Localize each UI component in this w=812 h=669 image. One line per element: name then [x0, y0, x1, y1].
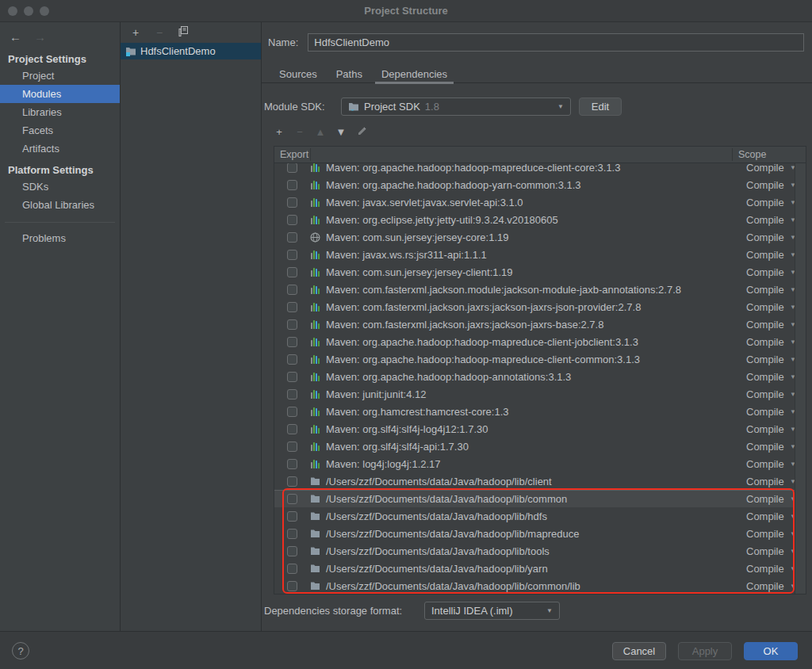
export-checkbox[interactable]: [287, 529, 297, 539]
copy-icon: [178, 26, 189, 36]
export-checkbox[interactable]: [287, 302, 297, 312]
column-header-scope[interactable]: Scope: [738, 149, 766, 160]
back-arrow-icon[interactable]: ←: [10, 30, 21, 44]
module-sdk-select[interactable]: Project SDK 1.8 ▼: [341, 97, 571, 116]
dependency-label: Maven: org.apache.hadoop:hadoop-mapreduc…: [326, 163, 741, 174]
dependency-icon-cell: [310, 564, 326, 573]
tab-sources[interactable]: Sources: [270, 66, 327, 82]
folder-icon: [310, 546, 320, 556]
table-row[interactable]: Maven: org.apache.hadoop:hadoop-mapreduc…: [274, 333, 806, 350]
export-checkbox[interactable]: [287, 581, 297, 591]
dependency-label: /Users/zzf/Documents/data/Java/hadoop/li…: [326, 545, 741, 557]
sidebar-item-sdks[interactable]: SDKs: [0, 178, 120, 196]
export-checkbox[interactable]: [287, 442, 297, 452]
export-checkbox[interactable]: [287, 337, 297, 347]
export-checkbox[interactable]: [287, 215, 297, 225]
table-row[interactable]: Maven: org.hamcrest:hamcrest-core:1.3 Co…: [274, 403, 806, 420]
export-checkbox[interactable]: [287, 267, 297, 277]
module-name-input[interactable]: [308, 33, 804, 52]
close-window-button[interactable]: [8, 6, 17, 16]
edit-sdk-button[interactable]: Edit: [579, 97, 622, 116]
remove-module-button[interactable]: −: [154, 26, 165, 39]
export-checkbox[interactable]: [287, 546, 297, 556]
ok-button[interactable]: OK: [744, 642, 798, 660]
add-dependency-button[interactable]: +: [274, 126, 285, 139]
move-down-button[interactable]: ▼: [335, 126, 347, 139]
table-row[interactable]: Maven: org.apache.hadoop:hadoop-mapreduc…: [274, 163, 806, 176]
export-checkbox[interactable]: [287, 476, 297, 487]
export-checkbox[interactable]: [287, 389, 297, 399]
table-row[interactable]: /Users/zzf/Documents/data/Java/hadoop/li…: [274, 472, 806, 490]
edit-dependency-button[interactable]: [356, 126, 367, 140]
table-row[interactable]: Maven: com.sun.jersey:jersey-client:1.19…: [274, 263, 806, 281]
table-row[interactable]: /Users/zzf/Documents/data/Java/hadoop/li…: [274, 507, 806, 525]
table-row[interactable]: Maven: com.sun.jersey:jersey-core:1.19 C…: [274, 228, 806, 246]
sidebar-item-problems[interactable]: Problems: [0, 229, 120, 247]
sidebar-item-artifacts[interactable]: Artifacts: [0, 140, 120, 158]
export-checkbox[interactable]: [287, 250, 297, 260]
export-checkbox[interactable]: [287, 372, 297, 382]
sidebar-item-facets[interactable]: Facets: [0, 121, 120, 140]
export-checkbox[interactable]: [287, 163, 297, 173]
export-checkbox[interactable]: [287, 180, 297, 190]
sidebar-item-libraries[interactable]: Libraries: [0, 103, 120, 121]
export-checkbox[interactable]: [287, 564, 297, 574]
add-module-button[interactable]: +: [130, 26, 141, 39]
cancel-button[interactable]: Cancel: [612, 642, 666, 660]
table-row[interactable]: Maven: org.slf4j:slf4j-api:1.7.30 Compil…: [274, 438, 806, 455]
table-row[interactable]: Maven: org.apache.hadoop:hadoop-yarn-com…: [274, 176, 806, 193]
scope-value: Compile: [746, 266, 784, 278]
help-button[interactable]: ?: [12, 642, 29, 659]
table-row[interactable]: Maven: log4j:log4j:1.2.17 Compile ▼: [274, 455, 806, 472]
table-row[interactable]: Maven: org.eclipse.jetty:jetty-util:9.3.…: [274, 211, 806, 228]
remove-dependency-button[interactable]: −: [294, 126, 305, 139]
table-row[interactable]: Maven: org.slf4j:slf4j-log4j12:1.7.30 Co…: [274, 420, 806, 438]
table-row[interactable]: Maven: javax.servlet:javax.servlet-api:3…: [274, 193, 806, 211]
library-icon: [310, 337, 320, 347]
dependency-icon-cell: [310, 424, 326, 434]
table-row[interactable]: /Users/zzf/Documents/data/Java/hadoop/li…: [274, 577, 806, 594]
table-row[interactable]: Maven: com.fasterxml.jackson.module:jack…: [274, 281, 806, 298]
table-row[interactable]: /Users/zzf/Documents/data/Java/hadoop/li…: [274, 490, 806, 507]
tab-dependencies[interactable]: Dependencies: [372, 66, 457, 82]
export-checkbox[interactable]: [287, 285, 297, 295]
export-cell: [274, 267, 310, 277]
dependency-icon-cell: [310, 267, 326, 277]
export-checkbox[interactable]: [287, 424, 297, 434]
settings-sidebar: ← → Project Settings Project Modules Lib…: [0, 22, 121, 631]
export-checkbox[interactable]: [287, 511, 297, 522]
dependency-icon-cell: [310, 232, 326, 243]
table-row[interactable]: Maven: org.apache.hadoop:hadoop-annotati…: [274, 368, 806, 385]
move-up-button[interactable]: ▲: [315, 126, 326, 139]
dependency-icon-cell: [310, 285, 326, 295]
sidebar-item-global-libraries[interactable]: Global Libraries: [0, 196, 120, 214]
zoom-window-button[interactable]: [40, 6, 49, 16]
module-editor-panel: Name: Sources Paths Dependencies Module …: [262, 22, 812, 631]
table-row[interactable]: Maven: junit:junit:4.12 Compile ▼: [274, 385, 806, 403]
sidebar-item-project[interactable]: Project: [0, 67, 120, 85]
export-checkbox[interactable]: [287, 197, 297, 208]
export-checkbox[interactable]: [287, 494, 297, 504]
export-checkbox[interactable]: [287, 459, 297, 469]
storage-format-select[interactable]: IntelliJ IDEA (.iml) ▼: [424, 602, 560, 620]
table-row[interactable]: /Users/zzf/Documents/data/Java/hadoop/li…: [274, 542, 806, 560]
table-row[interactable]: /Users/zzf/Documents/data/Java/hadoop/li…: [274, 560, 806, 577]
table-row[interactable]: /Users/zzf/Documents/data/Java/hadoop/li…: [274, 525, 806, 542]
table-row[interactable]: Maven: com.fasterxml.jackson.jaxrs:jacks…: [274, 315, 806, 333]
export-checkbox[interactable]: [287, 232, 297, 243]
module-list-item[interactable]: HdfsClientDemo: [121, 43, 261, 59]
export-checkbox[interactable]: [287, 319, 297, 330]
table-row[interactable]: Maven: com.fasterxml.jackson.jaxrs:jacks…: [274, 298, 806, 315]
table-row[interactable]: Maven: javax.ws.rs:jsr311-api:1.1.1 Comp…: [274, 246, 806, 263]
export-checkbox[interactable]: [287, 354, 297, 365]
table-row[interactable]: Maven: org.apache.hadoop:hadoop-mapreduc…: [274, 350, 806, 368]
export-checkbox[interactable]: [287, 407, 297, 417]
name-label: Name:: [268, 33, 298, 52]
apply-button[interactable]: Apply: [678, 642, 732, 660]
tab-paths[interactable]: Paths: [327, 66, 372, 82]
sidebar-item-modules[interactable]: Modules: [0, 85, 120, 103]
copy-module-button[interactable]: [178, 26, 189, 39]
vertical-scrollbar[interactable]: [795, 163, 806, 594]
minimize-window-button[interactable]: [24, 6, 33, 16]
column-header-export[interactable]: Export: [280, 149, 308, 160]
